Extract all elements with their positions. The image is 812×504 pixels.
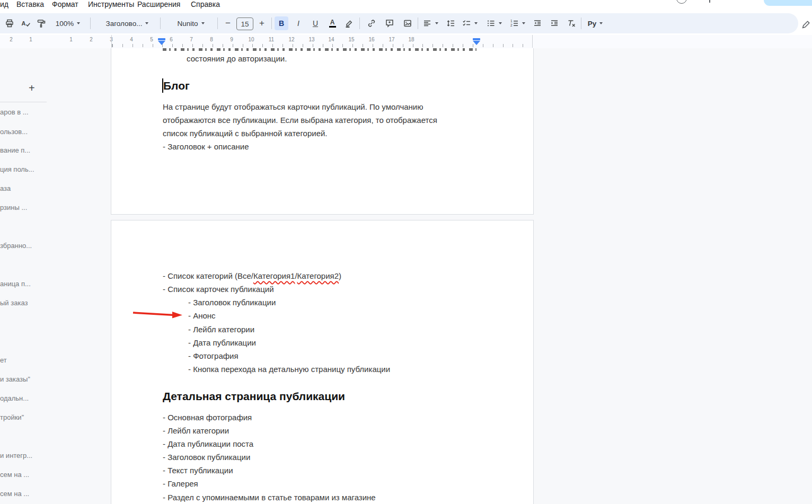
add-comment-button[interactable]: [382, 16, 398, 30]
clear-formatting-button[interactable]: [564, 16, 579, 30]
highlight-color-button[interactable]: [341, 16, 356, 30]
outline-item[interactable]: и заказы”: [0, 375, 30, 384]
outline-item[interactable]: и интегр...: [0, 452, 32, 460]
add-comment-icon: [385, 19, 394, 28]
font-size-field[interactable]: 15: [236, 17, 253, 30]
outdent-icon: [533, 19, 542, 28]
doc-line-anons[interactable]: - Анонс: [188, 311, 216, 321]
paragraph-style-select[interactable]: Заголово...: [96, 16, 158, 30]
doc-line[interactable]: - Галерея: [163, 479, 198, 489]
doc-line[interactable]: На странице будут отображаться карточки …: [163, 102, 423, 112]
misspelled-word: Категория2: [297, 271, 339, 280]
outline-add-button[interactable]: +: [29, 83, 35, 93]
menu-help[interactable]: Справка: [191, 0, 220, 10]
increase-indent-button[interactable]: [547, 16, 562, 30]
doc-line[interactable]: список публикаций с выбранной категорией…: [163, 128, 328, 139]
doc-line[interactable]: - Кнопка перехода на детальную страницу …: [188, 364, 390, 375]
outline-item[interactable]: тройки”: [0, 413, 24, 422]
paint-format-button[interactable]: [34, 16, 49, 30]
doc-line[interactable]: - Дата публикации поста: [163, 439, 253, 449]
svg-text:A: A: [22, 20, 26, 26]
doc-line[interactable]: отображаются все публикации. Если выбран…: [163, 115, 437, 126]
doc-line[interactable]: - Лейбл категории: [188, 324, 254, 335]
right-indent-marker-top[interactable]: [473, 38, 480, 40]
print-icon: [5, 19, 14, 28]
print-button[interactable]: [2, 16, 17, 30]
doc-line[interactable]: состояния до авторизации.: [187, 54, 287, 64]
doc-heading-blog[interactable]: Блог: [163, 79, 190, 93]
doc-line[interactable]: - Фотография: [188, 351, 239, 361]
outline-item[interactable]: аров в ...: [0, 108, 29, 117]
editing-mode-button[interactable]: [799, 17, 812, 31]
align-button[interactable]: [421, 16, 440, 30]
bulleted-list-button[interactable]: [484, 16, 504, 30]
left-indent-marker[interactable]: [158, 41, 165, 45]
decrease-font-size-button[interactable]: −: [222, 16, 234, 30]
doc-line[interactable]: - Заголовок + описание: [163, 142, 249, 152]
outline-item[interactable]: збранно...: [0, 242, 32, 250]
underline-button[interactable]: U: [308, 16, 322, 30]
chevron-down-icon: [522, 22, 525, 24]
toolbar-divider: [271, 17, 272, 29]
outline-item[interactable]: сем на ...: [0, 471, 29, 479]
doc-line[interactable]: - Заголовок публикации: [188, 297, 276, 308]
outline-item[interactable]: аница п...: [0, 280, 31, 288]
red-annotation-arrow: [131, 308, 184, 320]
doc-heading-detail-page[interactable]: Детальная страница публикации: [163, 390, 345, 403]
clipped-text-line: [163, 48, 476, 51]
chevron-down-icon: [201, 22, 205, 24]
ruler-number: 5: [146, 37, 157, 42]
menu-extensions[interactable]: Расширения: [137, 0, 180, 10]
font-select[interactable]: Nunito: [166, 16, 215, 30]
chevron-down-icon: [474, 22, 478, 24]
share-button[interactable]: [764, 0, 812, 6]
first-line-indent-marker[interactable]: [158, 38, 165, 40]
doc-line[interactable]: - Список карточек публикаций: [163, 284, 274, 295]
decrease-indent-button[interactable]: [530, 16, 545, 30]
outline-item[interactable]: одальн...: [0, 394, 29, 403]
bold-button[interactable]: B: [275, 16, 288, 30]
doc-line[interactable]: - Текст публикации: [163, 465, 233, 476]
outline-item[interactable]: ользов...: [0, 128, 28, 136]
right-indent-marker[interactable]: [473, 41, 480, 45]
comments-icon[interactable]: [709, 0, 710, 3]
document-page-1[interactable]: [111, 37, 534, 215]
text-color-button[interactable]: A: [325, 16, 339, 30]
line-spacing-icon: [446, 19, 455, 28]
menu-view-partial[interactable]: ид: [0, 0, 8, 10]
doc-line[interactable]: - Лейбл категории: [163, 426, 229, 436]
underline-icon: U: [313, 19, 318, 28]
ruler-number: 10: [246, 37, 257, 42]
ruler-ticks: [111, 44, 532, 47]
doc-line[interactable]: - Заголовок публикации: [163, 452, 250, 463]
outline-item[interactable]: вание п...: [0, 146, 30, 155]
font-value: Nunito: [177, 20, 198, 28]
outline-item[interactable]: сем на ...: [0, 490, 29, 498]
outline-item[interactable]: ция поль...: [0, 165, 34, 174]
doc-line-categories[interactable]: - Список категорий (Все/Категория1/Катег…: [163, 271, 341, 281]
zoom-value: 100%: [56, 20, 74, 28]
line-spacing-button[interactable]: [443, 16, 458, 30]
outline-item[interactable]: ет: [0, 356, 7, 365]
numbered-list-button[interactable]: 12: [508, 16, 527, 30]
italic-button[interactable]: I: [292, 16, 305, 30]
doc-line[interactable]: - Раздел с упоминаемыми в статье товарам…: [163, 492, 376, 503]
zoom-select[interactable]: 100%: [51, 16, 85, 30]
outline-item[interactable]: ый заказ: [0, 299, 28, 307]
spellcheck-button[interactable]: A: [18, 16, 33, 30]
insert-link-button[interactable]: [364, 16, 379, 30]
bulleted-list-icon: [486, 19, 496, 28]
outline-item[interactable]: аза: [0, 184, 11, 193]
menu-format[interactable]: Формат: [52, 0, 78, 10]
insert-image-button[interactable]: [400, 16, 416, 30]
menu-insert[interactable]: Вставка: [16, 0, 44, 10]
doc-line[interactable]: - Дата публикации: [188, 338, 256, 348]
toolbar-divider: [581, 17, 581, 29]
menu-tools[interactable]: Инструменты: [88, 0, 134, 10]
increase-font-size-button[interactable]: +: [255, 16, 268, 30]
doc-line[interactable]: - Основная фотография: [163, 412, 252, 423]
input-tools-button[interactable]: Pу: [584, 16, 606, 30]
bold-icon: B: [279, 19, 284, 28]
outline-item[interactable]: рзины ...: [0, 204, 27, 212]
checklist-button[interactable]: [460, 16, 479, 30]
